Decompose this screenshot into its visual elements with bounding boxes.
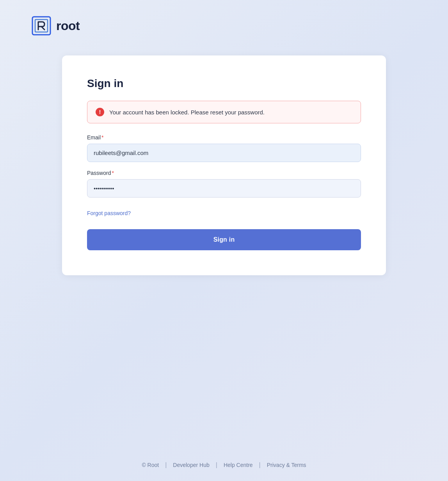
forgot-password-link[interactable]: Forgot password?	[87, 210, 131, 216]
alert-box: ! Your account has been locked. Please r…	[87, 101, 361, 123]
footer-help-centre-link[interactable]: Help Centre	[224, 462, 253, 468]
logo-container: root	[31, 16, 80, 36]
alert-icon: !	[95, 107, 105, 117]
footer-sep-3: |	[259, 461, 261, 469]
email-label: Email*	[87, 134, 361, 141]
email-input[interactable]	[87, 144, 361, 162]
footer-developer-hub-link[interactable]: Developer Hub	[173, 462, 209, 468]
password-form-group: Password*	[87, 170, 361, 198]
email-form-group: Email*	[87, 134, 361, 162]
footer-sep-1: |	[165, 461, 167, 469]
sign-in-button[interactable]: Sign in	[87, 229, 361, 250]
alert-message: Your account has been locked. Please res…	[109, 109, 265, 116]
email-required-star: *	[101, 134, 103, 141]
password-input[interactable]	[87, 179, 361, 198]
header: root	[0, 0, 448, 48]
footer: © Root | Developer Hub | Help Centre | P…	[0, 449, 448, 481]
svg-text:!: !	[99, 109, 101, 115]
footer-privacy-terms-link[interactable]: Privacy & Terms	[267, 462, 306, 468]
logo-text: root	[56, 19, 80, 33]
password-required-star: *	[112, 170, 114, 176]
sign-in-card: Sign in ! Your account has been locked. …	[62, 55, 386, 275]
card-title: Sign in	[87, 77, 361, 90]
root-logo-icon	[31, 16, 52, 36]
main-content: Sign in ! Your account has been locked. …	[0, 48, 448, 449]
footer-copyright: © Root	[142, 462, 159, 468]
footer-sep-2: |	[216, 461, 217, 469]
password-label: Password*	[87, 170, 361, 176]
